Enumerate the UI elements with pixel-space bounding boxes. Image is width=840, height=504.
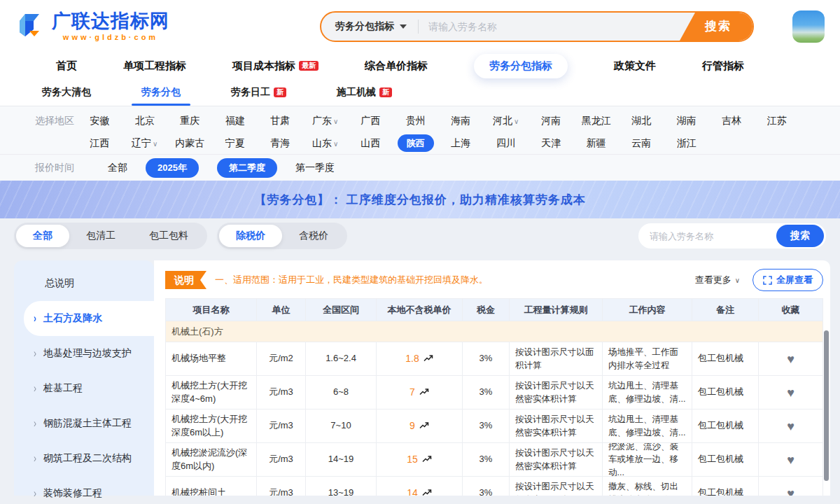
- quote-time-row: 报价时间 全部 2025年 第二季度 第一季度: [0, 154, 840, 181]
- note-row: 说明 一、适用范围：适用于工业，民建类型建筑的基础开挖回填及降水。 查看更多 ∨…: [165, 269, 823, 291]
- sidebar-item-decoration[interactable]: › 装饰装修工程: [14, 476, 154, 504]
- table-row: 机械挖土方(大开挖深度6m以上) 元/m3 7~10 9 3% 按设计图示尺寸以…: [166, 410, 822, 443]
- region-liaoning[interactable]: 辽宁∨: [122, 137, 168, 150]
- header-search-button[interactable]: 搜索: [695, 13, 752, 41]
- sidebar-item-reinforced-concrete[interactable]: › 钢筋混凝土主体工程: [14, 406, 154, 441]
- region-hebei[interactable]: 河北∨: [484, 115, 529, 127]
- favorite-heart-icon[interactable]: ♥: [787, 454, 794, 466]
- table-panel: 说明 一、适用范围：适用于工业，民建类型建筑的基础开挖回填及降水。 查看更多 ∨…: [154, 260, 830, 496]
- region-tianjin[interactable]: 天津: [528, 137, 574, 150]
- region-shanghai[interactable]: 上海: [438, 137, 484, 150]
- category-sidebar: 总说明 › 土石方及降水 › 地基处理与边坡支护 › 桩基工程 › 钢筋混凝土主…: [14, 260, 154, 496]
- table-row: 机械挖土方(大开挖深度4~6m) 元/m3 6~8 7 3% 按设计图示尺寸以天…: [166, 376, 822, 410]
- region-zhejiang[interactable]: 浙江: [664, 137, 710, 150]
- table-scrollbar[interactable]: [824, 330, 829, 481]
- user-avatar[interactable]: [792, 10, 825, 43]
- subnav-construction-machinery[interactable]: 施工机械 新: [337, 79, 392, 106]
- quote-year-2025[interactable]: 2025年: [146, 158, 199, 178]
- region-hunan[interactable]: 湖南: [664, 115, 710, 127]
- list-search-button[interactable]: 搜索: [776, 225, 824, 247]
- region-xinjiang[interactable]: 新疆: [574, 137, 620, 150]
- region-fujian[interactable]: 福建: [213, 115, 258, 127]
- list-search-bar: 搜索: [638, 223, 826, 248]
- region-guangdong[interactable]: 广东∨: [303, 115, 349, 127]
- sidebar-item-general-notes[interactable]: 总说明: [14, 266, 154, 301]
- region-jiangsu[interactable]: 江苏: [755, 115, 800, 127]
- trend-up-icon: [419, 388, 429, 396]
- quote-time-label: 报价时间: [35, 162, 74, 174]
- nav-item-single-project[interactable]: 单项工程指标: [123, 59, 186, 73]
- region-chongqing[interactable]: 重庆: [167, 115, 213, 127]
- region-shaanxi-selected[interactable]: 陕西: [393, 137, 439, 150]
- chevron-down-icon: ∨: [735, 276, 740, 284]
- site-logo[interactable]: 广联达指标网 www·gldzb·com: [15, 12, 169, 41]
- sidebar-item-pile-foundation[interactable]: › 桩基工程: [14, 371, 154, 406]
- region-shandong[interactable]: 山东∨: [303, 137, 349, 150]
- header-search-bar: 劳务分包指标 搜索: [320, 11, 754, 42]
- region-beijing[interactable]: 北京: [122, 115, 168, 127]
- region-yunnan[interactable]: 云南: [619, 137, 664, 150]
- region-ningxia[interactable]: 宁夏: [213, 137, 258, 150]
- favorite-heart-icon[interactable]: ♥: [787, 420, 794, 433]
- trend-up-icon: [419, 421, 429, 430]
- favorite-heart-icon[interactable]: ♥: [787, 353, 794, 365]
- fullscreen-icon: [763, 276, 772, 285]
- favorite-heart-icon[interactable]: ♥: [787, 386, 794, 399]
- banner-text: 【劳务分包】： 工序维度分包报价，助力精准核算劳务成本: [254, 192, 586, 208]
- nav-item-industry-index[interactable]: 行管指标: [702, 59, 744, 73]
- region-guangxi[interactable]: 广西: [348, 115, 393, 127]
- region-hainan[interactable]: 海南: [438, 115, 484, 127]
- fullscreen-button[interactable]: 全屏查看: [752, 269, 823, 291]
- note-badge: 说明: [165, 271, 206, 289]
- search-category-label: 劳务分包指标: [335, 20, 394, 33]
- region-hubei[interactable]: 湖北: [619, 115, 664, 127]
- chevron-right-icon: ›: [34, 312, 36, 325]
- region-neimenggu[interactable]: 内蒙古: [167, 137, 213, 150]
- table-row: 机械挖淤泥流沙(深度6m以内) 元/m3 14~19 15 3% 按设计图示尺寸…: [166, 443, 822, 477]
- sidebar-item-foundation-treatment[interactable]: › 地基处理与边坡支护: [14, 336, 154, 371]
- subnav-labor-subcontract[interactable]: 劳务分包: [141, 79, 181, 106]
- nav-item-project-cost[interactable]: 项目成本指标 最新: [232, 59, 318, 73]
- region-sichuan[interactable]: 四川: [484, 137, 529, 150]
- nav-item-home[interactable]: 首页: [56, 59, 77, 73]
- sidebar-item-earthwork[interactable]: › 土石方及降水: [24, 301, 154, 336]
- region-jilin[interactable]: 吉林: [709, 115, 755, 127]
- quote-all[interactable]: 全部: [108, 162, 127, 174]
- search-category-dropdown[interactable]: 劳务分包指标: [321, 13, 418, 41]
- new-badge: 新: [379, 88, 392, 97]
- region-jiangxi[interactable]: 江西: [77, 137, 122, 150]
- price-table: 项目名称 单位 全国区间 本地不含税单价 税金 工程量计算规则 工作内容 备注 …: [165, 298, 823, 496]
- region-guizhou[interactable]: 贵州: [393, 115, 439, 127]
- filter-baogongbaoliao[interactable]: 包工包料: [132, 225, 205, 247]
- logo-icon: [15, 13, 46, 41]
- chevron-right-icon: ›: [34, 487, 36, 500]
- tax-filter-group: 除税价 含税价: [217, 223, 347, 249]
- region-shanxi[interactable]: 山西: [348, 137, 393, 150]
- region-henan[interactable]: 河南: [528, 115, 574, 127]
- nav-item-composite-price[interactable]: 综合单价指标: [365, 59, 428, 73]
- region-heilongjiang[interactable]: 黑龙江: [574, 115, 620, 127]
- subnav-labor-qingbao[interactable]: 劳务大清包: [42, 79, 91, 106]
- sidebar-item-masonry[interactable]: › 砌筑工程及二次结构: [14, 441, 154, 476]
- trend-up-icon: [422, 489, 432, 496]
- header-search-input[interactable]: [419, 13, 680, 41]
- content-area: 总说明 › 土石方及降水 › 地基处理与边坡支护 › 桩基工程 › 钢筋混凝土主…: [0, 253, 840, 496]
- nav-item-policy[interactable]: 政策文件: [614, 59, 656, 73]
- nav-item-labor-subcontract[interactable]: 劳务分包指标: [474, 54, 568, 78]
- list-search-input[interactable]: [650, 231, 776, 241]
- view-more-button[interactable]: 查看更多 ∨: [695, 274, 740, 286]
- favorite-heart-icon[interactable]: ♥: [787, 487, 794, 496]
- search-button-slant: [680, 13, 695, 41]
- filter-inc-tax[interactable]: 含税价: [282, 225, 345, 247]
- region-gansu[interactable]: 甘肃: [258, 115, 303, 127]
- chevron-down-icon: ∨: [153, 140, 158, 148]
- quote-q2[interactable]: 第二季度: [217, 158, 277, 178]
- subnav-labor-daily[interactable]: 劳务日工 新: [231, 79, 286, 106]
- table-group-row: 机械土(石)方: [166, 321, 822, 342]
- filter-ex-tax[interactable]: 除税价: [219, 225, 282, 247]
- filter-all[interactable]: 全部: [16, 225, 69, 247]
- filter-baoqinggong[interactable]: 包清工: [69, 225, 132, 247]
- region-anhui[interactable]: 安徽: [77, 115, 122, 127]
- quote-q1[interactable]: 第一季度: [295, 162, 335, 174]
- region-qinghai[interactable]: 青海: [258, 137, 303, 150]
